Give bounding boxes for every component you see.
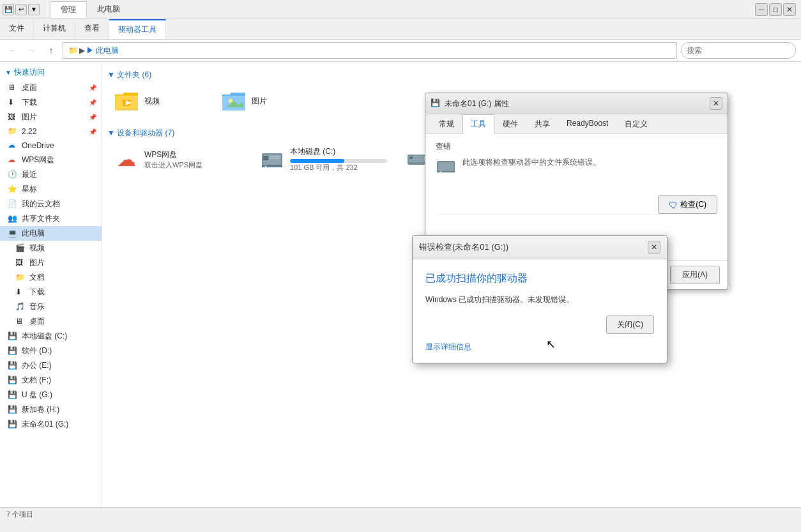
tab-manage[interactable]: 管理 — [50, 1, 87, 18]
sidebar-item-onedrive[interactable]: ☁ OneDrive — [0, 139, 102, 153]
sidebar-item-pictures[interactable]: 🖼 图片 📌 — [0, 110, 102, 125]
sidebar-item-drive-g2[interactable]: 💾 未命名01 (G:) — [0, 417, 102, 432]
folder-video-label: 视频 — [144, 96, 160, 107]
folder-video-icon — [114, 88, 139, 114]
error-desc: Windows 已成功扫描驱动器。未发现错误。 — [425, 294, 654, 305]
sidebar-item-cloud-docs[interactable]: 📄 我的云文档 — [0, 197, 102, 211]
sidebar-item-docs[interactable]: 📁 文档 — [0, 270, 102, 285]
sidebar-item-this-pc[interactable]: 💻 此电脑 — [0, 226, 102, 241]
drive-g2-icon: 💾 — [8, 420, 18, 430]
svg-rect-24 — [438, 162, 454, 171]
ribbon-tab-computer[interactable]: 计算机 — [34, 19, 75, 39]
props-tabs: 常规 工具 硬件 共享 ReadyBoost 自定义 — [425, 114, 728, 133]
props-tab-general[interactable]: 常规 — [431, 114, 462, 133]
sidebar-item-shared[interactable]: 👥 共享文件夹 — [0, 211, 102, 226]
ribbon-tab-view[interactable]: 查看 — [75, 19, 109, 39]
pin-icon: 📌 — [89, 84, 96, 91]
sidebar-item-pics[interactable]: 🖼 图片 — [0, 255, 102, 270]
save-button[interactable]: 💾 — [3, 4, 14, 15]
address-bar: ← → ↑ 📁 ▶ ▶ 此电脑 — [0, 40, 801, 62]
undo-button[interactable]: ↩ — [15, 4, 27, 15]
ribbon-tab-file[interactable]: 文件 — [0, 19, 34, 39]
forward-button[interactable]: → — [24, 43, 40, 58]
back-button[interactable]: ← — [5, 43, 20, 58]
drive-e-icon: 💾 — [8, 361, 18, 371]
props-close-button[interactable]: ✕ — [710, 97, 722, 110]
sidebar-item-drive-h[interactable]: 💾 新加卷 (H:) — [0, 402, 102, 417]
drive-h-icon: 💾 — [8, 405, 18, 415]
ribbon-tab-drive-tools[interactable]: 驱动器工具 — [109, 19, 166, 39]
drive-c-icon: 💾 — [8, 331, 18, 342]
folder-icon-222: 📁 — [8, 126, 18, 137]
status-text: 7 个项目 — [6, 510, 33, 519]
sidebar-item-desktop[interactable]: 🖥 桌面 📌 — [0, 80, 102, 95]
recent-icon: 🕐 — [8, 170, 18, 180]
props-tab-readyboost[interactable]: ReadyBoost — [558, 114, 616, 133]
sidebar-item-videos[interactable]: 🎬 视频 — [0, 241, 102, 255]
folder-pic-icon — [221, 88, 247, 114]
sidebar-item-desktop2[interactable]: 🖥 桌面 — [0, 314, 102, 329]
wps-cloud-icon: ☁ — [8, 155, 18, 165]
apply-button[interactable]: 应用(A) — [670, 266, 720, 284]
drive-g-icon: 💾 — [8, 390, 18, 400]
tab-this-pc[interactable]: 此电脑 — [87, 1, 130, 17]
music-icon: 🎵 — [15, 302, 26, 312]
folder-pic-item[interactable]: 图片 — [215, 84, 317, 118]
shield-icon: 🛡 — [669, 200, 678, 210]
breadcrumb-folder-icon: 📁 — [68, 46, 78, 55]
sidebar-item-222[interactable]: 📁 2.22 📌 — [0, 125, 102, 139]
props-title-icon: 💾 — [431, 98, 441, 109]
drive-wps-item[interactable]: ☁ WPS网盘 双击进入WPS网盘 — [107, 142, 248, 176]
maximize-button[interactable]: □ — [769, 3, 782, 16]
folder-video-item[interactable]: 视频 — [107, 84, 210, 118]
error-close-x-button[interactable]: ✕ — [648, 241, 660, 254]
folder-pic-label: 图片 — [252, 96, 267, 107]
address-box[interactable]: 📁 ▶ ▶ 此电脑 — [63, 42, 677, 59]
error-section-desc: 此选项将检查驱动器中的文件系统错误。 — [436, 157, 717, 178]
sidebar-item-recent[interactable]: 🕐 最近 — [0, 167, 102, 182]
sidebar-item-drive-e[interactable]: 💾 办公 (E:) — [0, 358, 102, 373]
check-button[interactable]: 🛡 检查(C) — [658, 195, 717, 214]
props-tab-share[interactable]: 共享 — [526, 114, 558, 133]
props-tab-tools[interactable]: 工具 — [462, 114, 494, 133]
error-details-link[interactable]: 显示详细信息 — [425, 339, 654, 353]
folders-section-header[interactable]: ▼ 文件夹 (6) — [107, 67, 796, 84]
sidebar-item-drive-d[interactable]: 💾 软件 (D:) — [0, 344, 102, 358]
sidebar-item-drive-c[interactable]: 💾 本地磁盘 (C:) — [0, 329, 102, 344]
props-title-bar: 💾 未命名01 (G:) 属性 ✕ — [425, 93, 728, 114]
svg-point-2 — [229, 99, 233, 103]
pictures-icon: 🖼 — [8, 112, 18, 123]
pin-icon-dl: 📌 — [89, 99, 96, 106]
minimize-button[interactable]: ─ — [755, 3, 768, 16]
breadcrumb-this-pc[interactable]: ▶ 此电脑 — [86, 45, 119, 56]
sidebar-item-music[interactable]: 🎵 音乐 — [0, 300, 102, 314]
error-title-bar: 错误检查(未命名01 (G:)) ✕ — [413, 236, 667, 259]
svg-rect-9 — [263, 156, 268, 160]
sidebar-quick-access-header[interactable]: ▼ 快速访问 — [0, 65, 102, 80]
video-icon: 🎬 — [15, 243, 26, 254]
star-icon: ⭐ — [8, 185, 18, 195]
pin-icon-222: 📌 — [89, 128, 96, 135]
sidebar-item-starred[interactable]: ⭐ 星标 — [0, 182, 102, 197]
sidebar-item-drive-g[interactable]: 💾 U 盘 (G:) — [0, 388, 102, 402]
search-input[interactable] — [681, 42, 796, 59]
up-button[interactable]: ↑ — [43, 43, 59, 58]
drive-c-item[interactable]: 本地磁盘 (C:) 101 GB 可用，共 232 — [253, 142, 393, 176]
drive-c-sub: 101 GB 可用，共 232 — [290, 163, 387, 172]
props-tab-hardware[interactable]: 硬件 — [494, 114, 526, 133]
error-close-button[interactable]: 关闭(C) — [606, 315, 654, 334]
title-tabs: 管理 此电脑 — [50, 1, 130, 18]
desktop-icon: 🖥 — [8, 83, 18, 93]
close-window-button[interactable]: ✕ — [783, 3, 796, 16]
sidebar-item-drive-f[interactable]: 💾 文档 (F:) — [0, 373, 102, 388]
more-button[interactable]: ▼ — [28, 4, 40, 15]
sidebar-item-wps[interactable]: ☁ WPS网盘 — [0, 153, 102, 167]
wps-drive-icon: ☁ — [114, 147, 139, 172]
error-content: 已成功扫描你的驱动器 Windows 已成功扫描驱动器。未发现错误。 关闭(C)… — [413, 259, 667, 363]
error-title-text: 错误检查(未命名01 (G:)) — [419, 241, 648, 253]
sidebar-item-dl[interactable]: ⬇ 下载 — [0, 285, 102, 300]
this-pc-icon: 💻 — [8, 229, 18, 239]
sidebar-item-downloads[interactable]: ⬇ 下载 📌 — [0, 95, 102, 110]
props-tab-custom[interactable]: 自定义 — [616, 114, 656, 133]
wps-drive-name: WPS网盘 — [144, 149, 241, 160]
